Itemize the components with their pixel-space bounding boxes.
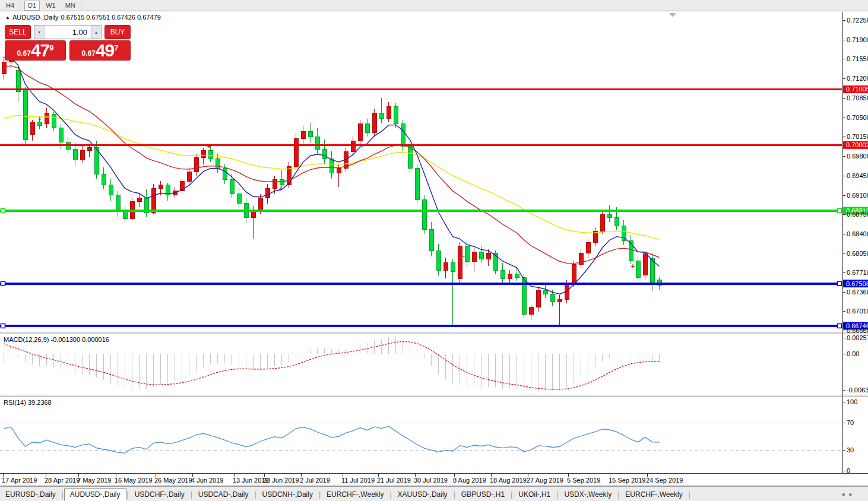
candle (301, 131, 305, 138)
hline-anchor[interactable] (838, 324, 842, 328)
candle (486, 253, 490, 259)
sell-button[interactable]: SELL (5, 25, 31, 39)
candle (436, 251, 441, 270)
hline-anchor[interactable] (1, 209, 5, 213)
volume-input[interactable]: 1.00 (44, 26, 91, 39)
chart-symbol-label: AUDUSD-,Daily (12, 14, 59, 21)
candle (586, 242, 590, 253)
candle (23, 90, 27, 139)
price-axis-label: 0.67360 (847, 288, 868, 296)
toolbar-separator (81, 1, 81, 9)
price-axis-label: 0.70850 (847, 94, 868, 102)
candle (422, 199, 426, 230)
timeframe-d1-button[interactable]: D1 (24, 1, 40, 11)
tab-ukoil-h1[interactable]: UKOil-,H1 (513, 489, 556, 500)
candle (208, 151, 213, 159)
candle (472, 252, 476, 262)
date-axis-label: 8 Aug 2019 (453, 477, 486, 484)
buy-price-box[interactable]: 0.67 49 7 (69, 40, 131, 61)
tab-eurchf-weekly[interactable]: EURCHF-,Weekly (321, 489, 389, 500)
candle (443, 263, 448, 270)
timeframe-mn-button[interactable]: MN (62, 1, 79, 11)
tab-scroll-left-icon: ◂ (841, 490, 850, 497)
volume-decrease-button[interactable]: ▾ (34, 26, 44, 39)
timeframe-w1-button[interactable]: W1 (42, 1, 59, 11)
candle (529, 307, 533, 315)
candle (80, 151, 84, 160)
price-axis-label: 0.69100 (847, 192, 868, 199)
candle (59, 128, 63, 142)
candle (365, 124, 369, 133)
price-axis-label: 0.67010 (847, 307, 868, 315)
date-axis-label: 28 Apr 2019 (45, 477, 80, 484)
candle (137, 198, 141, 202)
candle (429, 230, 433, 251)
hline-anchor[interactable] (1, 324, 5, 328)
buy-price-sup: 7 (114, 44, 118, 52)
tab-usdcad-daily[interactable]: USDCAD-,Daily (193, 489, 254, 500)
hline-anchor[interactable] (838, 281, 842, 286)
rsi-axis-label: 0 (847, 467, 850, 474)
price-axis-label: 0.66660 (847, 327, 868, 334)
tab-eurusd-daily[interactable]: EURUSD-,Daily (0, 489, 61, 500)
candle (187, 172, 191, 181)
tab-xauusd-daily[interactable]: XAUUSD-,Daily (392, 489, 453, 500)
candle (123, 212, 127, 218)
date-axis-label: 17 Apr 2019 (2, 477, 37, 484)
candle (650, 258, 654, 283)
candle (308, 131, 312, 137)
trade-marker-icon: + (631, 262, 635, 269)
hline-anchor[interactable] (1, 281, 5, 286)
price-axis-label: 0.68400 (847, 230, 868, 237)
date-axis-label: 18 Aug 2019 (490, 477, 527, 484)
candle (294, 138, 298, 166)
price-axis-label: 0.71550 (847, 55, 868, 62)
macd-axis-label: -0.006326 (847, 386, 868, 394)
candle (415, 169, 419, 199)
toolbar-separator (20, 1, 20, 9)
candle (607, 214, 612, 217)
tab-usdchf-daily[interactable]: USDCHF-,Daily (129, 489, 190, 500)
tab-usdcnh-daily[interactable]: USDCNH-,Daily (257, 489, 318, 500)
tab-usdx-weekly[interactable]: USDX-,Weekly (559, 489, 617, 500)
price-axis-label: 0.71200 (847, 75, 868, 82)
trade-marker-icon: + (38, 115, 42, 122)
sell-price-big: 47 (31, 42, 49, 59)
rsi-axis-label: 100 (847, 398, 857, 405)
tab-gbpusd-h1[interactable]: GBPUSD-,H1 (456, 489, 510, 500)
candle (73, 149, 77, 160)
candle (536, 291, 540, 307)
sell-price-box[interactable]: 0.67 47 9 (5, 40, 66, 61)
timeframe-h4-button[interactable]: H4 (2, 1, 18, 11)
candle (600, 214, 604, 231)
chart-tab-bar: EURUSD-,Daily| AUDUSD-,Daily| USDCHF-,Da… (0, 486, 868, 501)
macd-axis-label: 0.002574 (847, 334, 868, 341)
tab-audusd-daily[interactable]: AUDUSD-,Daily (64, 488, 126, 501)
hline-anchor[interactable] (838, 209, 842, 213)
volume-stepper: ▾ 1.00 ▴ (34, 25, 102, 39)
candle (37, 122, 42, 126)
macd-axis-label: 0.00 (847, 350, 859, 357)
trade-marker-icon: + (207, 142, 211, 150)
tab-scroll-arrows[interactable]: ◂▸ (841, 490, 857, 498)
buy-button[interactable]: BUY (104, 25, 131, 39)
candle (557, 300, 562, 302)
date-axis-label: 2 Jul 2019 (300, 477, 330, 484)
candle (201, 151, 205, 157)
candle (2, 62, 6, 74)
candle (550, 294, 555, 302)
mt4-window: H4 D1 W1 MN 0.710050.700020.688190.67508… (0, 0, 868, 501)
chart-ohlc-values: 0.67515 0.67551 0.67426 0.67479 (61, 14, 161, 21)
buy-price-prefix: 0.67 (82, 47, 96, 59)
candle (322, 150, 327, 159)
rsi-axis-label: 30 (847, 446, 854, 454)
trade-marker-icon: + (278, 185, 282, 192)
sell-price-sup: 9 (49, 44, 53, 52)
rsi-indicator-label: RSI(14) 39.2368 (4, 399, 52, 406)
tab-eurchf-weekly-2[interactable]: EURCHF-,Weekly (620, 489, 688, 500)
panel-toggle-icon[interactable]: ▲ (5, 15, 10, 20)
volume-increase-button[interactable]: ▴ (91, 26, 101, 39)
candle (237, 194, 241, 204)
candle (543, 291, 547, 294)
chart-canvas: 0.710050.700020.688190.675080.667460.722… (0, 0, 868, 501)
